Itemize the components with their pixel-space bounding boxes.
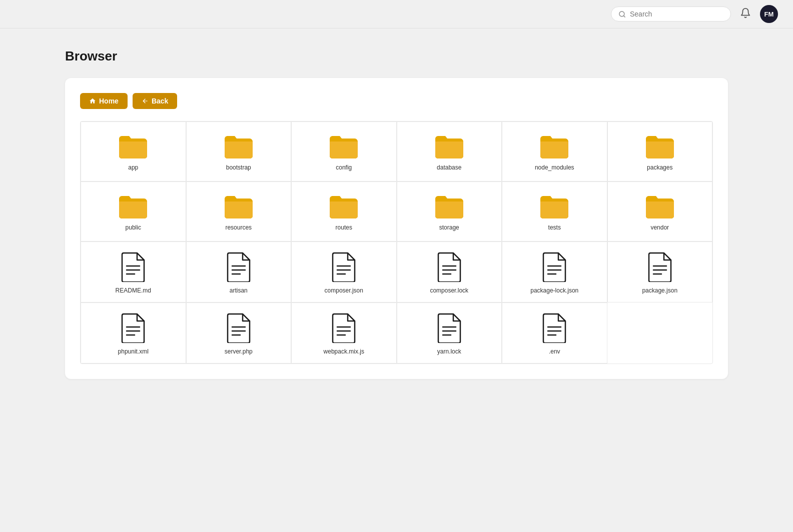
folder-item[interactable]: routes [291,182,397,242]
file-item[interactable]: composer.json [291,242,397,302]
header: FM [0,0,793,28]
file-item[interactable]: package.json [607,242,713,302]
bell-icon [740,8,751,18]
folder-item[interactable]: tests [502,182,607,242]
search-icon [618,10,626,18]
file-label: README.md [116,287,151,294]
folder-label: config [336,164,352,171]
folder-item[interactable]: public [81,182,186,242]
folder-icon [645,134,675,159]
folder-item[interactable]: node_modules [502,122,607,182]
file-icon [542,252,567,282]
file-item[interactable]: webpack.mix.js [291,302,397,364]
folder-label: resources [225,224,252,231]
folder-label: vendor [650,224,669,231]
file-item[interactable]: server.php [186,302,292,364]
folder-label: public [126,224,141,231]
file-item[interactable]: artisan [186,242,292,302]
file-item[interactable]: yarn.lock [397,302,502,364]
main-content: Browser Home Back app [0,28,793,399]
folder-item[interactable]: resources [186,182,292,242]
home-button-label: Home [99,97,119,105]
folder-icon [434,134,464,159]
file-icon [647,252,672,282]
folder-item[interactable]: database [397,122,502,182]
folder-label: storage [439,224,459,231]
file-icon [226,313,251,343]
folder-icon [329,134,359,159]
back-button-label: Back [152,97,168,105]
file-label: .env [549,348,560,355]
back-icon [142,98,149,104]
folder-icon [434,194,464,219]
folder-item[interactable]: config [291,122,397,182]
file-label: composer.json [325,287,363,294]
avatar[interactable]: FM [760,5,778,23]
folder-icon [224,134,254,159]
nav-buttons: Home Back [80,93,713,109]
file-item[interactable]: composer.lock [397,242,502,302]
file-icon [226,252,251,282]
file-label: server.php [225,348,253,355]
file-icon [542,313,567,343]
file-label: package-lock.json [530,287,578,294]
svg-line-1 [623,16,625,17]
search-box[interactable] [611,6,731,22]
home-icon [89,98,96,104]
folder-item[interactable]: packages [607,122,713,182]
folder-item[interactable]: vendor [607,182,713,242]
folder-item[interactable]: bootstrap [186,122,292,182]
file-icon [437,313,462,343]
file-icon [331,313,356,343]
file-icon [331,252,356,282]
file-item[interactable]: package-lock.json [502,242,607,302]
home-button[interactable]: Home [80,93,128,109]
folder-icon [539,194,569,219]
folder-item[interactable]: storage [397,182,502,242]
folder-icon [118,134,148,159]
folder-label: node_modules [535,164,574,171]
folder-icon [539,134,569,159]
file-icon [121,252,146,282]
folder-icon [224,194,254,219]
folder-label: tests [548,224,561,231]
folder-icon [645,194,675,219]
folder-label: routes [336,224,352,231]
folder-label: app [128,164,138,171]
file-grid: app bootstrap config database node_modul… [80,121,713,364]
file-label: composer.lock [430,287,468,294]
file-item[interactable]: README.md [81,242,186,302]
folder-item[interactable]: app [81,122,186,182]
back-button[interactable]: Back [133,93,177,109]
browser-panel: Home Back app bootstrap config [65,78,728,379]
notification-bell-button[interactable] [738,6,753,23]
folder-icon [118,194,148,219]
file-label: yarn.lock [437,348,461,355]
file-label: package.json [642,287,677,294]
file-label: webpack.mix.js [324,348,364,355]
file-icon [121,313,146,343]
file-item[interactable]: .env [502,302,607,364]
folder-label: bootstrap [226,164,251,171]
folder-label: database [437,164,461,171]
search-input[interactable] [630,10,723,18]
folder-icon [329,194,359,219]
file-icon [437,252,462,282]
folder-label: packages [647,164,672,171]
file-label: phpunit.xml [118,348,149,355]
file-item[interactable]: phpunit.xml [81,302,186,364]
page-title: Browser [65,48,728,64]
file-label: artisan [230,287,248,294]
